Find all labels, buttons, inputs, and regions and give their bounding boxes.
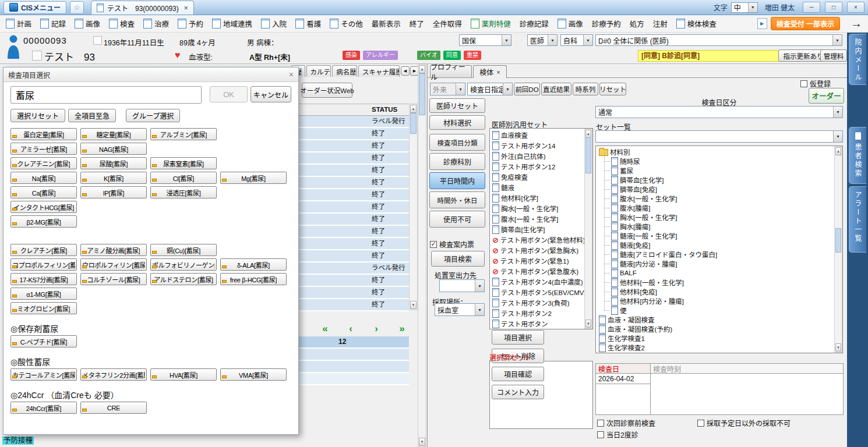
chevron-down-icon[interactable]: ▼ — [585, 320, 591, 328]
selection-reset-button[interactable]: 選択リセット — [10, 109, 65, 122]
set-list-item[interactable]: ⊘テスト用ボタン(緊急他材料) — [491, 235, 584, 245]
tree-item[interactable]: 髄液[アミロイド蛋白・タウ蛋白] — [603, 250, 833, 259]
scrollbar-thumb[interactable] — [419, 73, 425, 115]
toolbar-item[interactable]: 治療 — [143, 18, 169, 29]
scrollbar-thumb[interactable] — [835, 228, 841, 253]
no-other-day-checkbox[interactable]: 採取予定日以外の採取不可 — [697, 418, 791, 428]
tree-item[interactable]: 随時尿 — [603, 157, 833, 166]
toolbar-item[interactable]: 診療予約 — [592, 18, 621, 29]
font-size-select[interactable]: 中 ▼ — [731, 2, 758, 13]
scrollbar-thumb[interactable] — [410, 113, 417, 134]
status-row[interactable]: 終了 — [299, 152, 409, 165]
close-icon[interactable]: × — [184, 4, 188, 12]
exam-item-button[interactable]: 浸透圧[蓄尿] — [150, 186, 217, 198]
table-row[interactable] — [299, 361, 409, 373]
set-list-select[interactable]: ▼ — [595, 130, 843, 143]
toolbar-item[interactable]: 全件取得 — [433, 18, 462, 29]
pager-arrow-button[interactable]: › — [366, 322, 387, 335]
tree-item[interactable]: 髄液[一般・生化学] — [603, 231, 833, 240]
status-row[interactable]: 終了 — [299, 238, 409, 250]
tree-item[interactable]: 胸水[腫瘍] — [603, 222, 833, 231]
exam-item-button[interactable]: δ-ALA[蓄尿] — [220, 258, 287, 271]
more-arrow-icon[interactable]: ▶ — [757, 18, 767, 29]
tree-item[interactable]: 胸水[一般・生化学] — [603, 212, 833, 222]
tree-item[interactable]: 臍帯血[生化学] — [603, 175, 833, 185]
set-list-item[interactable]: テスト用ボタン12 — [491, 161, 584, 172]
chevron-up-icon[interactable]: ▲ — [419, 65, 425, 73]
exam-item-button[interactable]: アミノ酸分画[蓄尿] — [80, 244, 147, 256]
side-tab-2[interactable]: 患者検索 — [849, 127, 866, 184]
minimize-button[interactable]: ─ — [803, 2, 820, 13]
doctor-reset-button[interactable]: 医師リセット — [429, 98, 485, 113]
tree-item[interactable]: BALF — [603, 268, 833, 278]
chart-tab[interactable]: 病名歴 — [332, 65, 357, 77]
status-row[interactable]: 終了 — [299, 177, 409, 189]
exam-item-button[interactable]: 銅(Cu)[蓄尿] — [150, 244, 217, 256]
group-select-button[interactable]: グループ選択 — [126, 109, 180, 122]
exam-item-button[interactable]: アミラーゼ[蓄尿] — [10, 143, 77, 155]
toolbar-item[interactable]: 画像 — [558, 18, 583, 29]
pager-arrow-button[interactable]: » — [391, 322, 412, 335]
sample-place-select[interactable]: 採血室 ▼ — [435, 303, 485, 316]
exam-time-cell[interactable] — [650, 373, 844, 415]
set-list-item[interactable]: ⊘テスト用ボタン(緊急胸水) — [491, 245, 584, 256]
exam-item-button[interactable]: Na[蓄尿] — [10, 172, 77, 184]
scrollbar-thumb[interactable] — [585, 137, 591, 173]
exam-item-button[interactable]: NAG[蓄尿] — [80, 143, 147, 155]
management-fee-button[interactable]: 管理料 — [820, 49, 847, 62]
same-day-checkbox[interactable]: 当日2度診 — [597, 430, 638, 439]
patient-tab[interactable]: テスト 93(00000093) × — [91, 1, 194, 15]
tree-item[interactable]: 腹水[腫瘍] — [603, 203, 833, 212]
set-list-item[interactable]: 血液検査 — [491, 130, 584, 140]
exam-item-button[interactable]: クレアチニン[蓄尿] — [10, 157, 77, 169]
chevron-down-icon[interactable]: ▼ — [835, 343, 841, 352]
recent-results-button[interactable]: 直近結果 — [541, 83, 571, 95]
treatment-room-output-select[interactable]: ▼ — [439, 279, 485, 292]
set-list-item[interactable]: 髄液 — [491, 182, 584, 193]
tab-specimen[interactable]: 検体 × — [473, 65, 507, 78]
exam-item-button[interactable]: IP[蓄尿] — [80, 186, 147, 198]
tree-item[interactable]: 生化学検査2 — [597, 343, 833, 352]
pager-arrow-button[interactable]: « — [315, 322, 336, 335]
set-list-item[interactable]: 免疫検査 — [491, 172, 584, 182]
unusable-button[interactable]: 使用不可 — [429, 211, 485, 228]
status-row[interactable]: 終了 — [299, 189, 409, 201]
set-list-item[interactable]: テスト用ボタン5(EBV/CMV) — [491, 287, 584, 297]
chart-tab[interactable]: スキャナ履歴 — [358, 65, 400, 77]
exam-item-button[interactable]: コルチゾール[蓄尿] — [80, 273, 147, 285]
toolbar-item[interactable]: 看護 — [295, 18, 321, 29]
dialog-titlebar[interactable]: 検査項目選択 × — [3, 68, 298, 82]
exam-item-button[interactable]: HVA[蓄尿] — [150, 368, 217, 381]
chevron-up-icon[interactable]: ▲ — [585, 130, 591, 138]
set-list-scrollbar[interactable]: ▲ ▼ — [584, 129, 592, 329]
status-row[interactable]: 終了 — [299, 201, 409, 214]
exam-item-button[interactable]: C-ペプチド[蓄尿] — [10, 335, 77, 347]
toolbar-item[interactable]: 最新表示 — [372, 18, 401, 29]
toolbar-item[interactable]: 薬剤特健 — [471, 18, 511, 29]
chart-tab[interactable]: カルテ — [306, 65, 331, 77]
set-list-item[interactable]: テスト用ボタン14 — [491, 140, 584, 151]
toolbar-item[interactable]: 処方 — [630, 18, 644, 29]
tree-item[interactable]: 他材料[免疫] — [603, 287, 833, 296]
set-list-item[interactable]: テスト用ボタン3(負荷) — [491, 297, 584, 308]
exam-item-button[interactable]: コプロポルフィリン[蓄尿] — [10, 258, 77, 271]
exam-item-button[interactable]: 17-KS7分画[蓄尿] — [10, 273, 77, 285]
weekday-hours-button[interactable]: 平日時間内 — [429, 172, 485, 189]
status-scrollbar[interactable]: ▲ ▼ — [409, 104, 418, 310]
toolbar-item[interactable]: 検体検査 — [676, 18, 717, 29]
exam-item-button[interactable]: 尿素窒素[蓄尿] — [150, 157, 217, 169]
toolbar-item[interactable]: その他 — [330, 18, 363, 29]
relation-select[interactable]: D#0 全体に関係 (医師) ▼ — [595, 34, 842, 46]
timeseries-button[interactable]: 時系列 — [573, 83, 598, 95]
cancel-button[interactable]: キャンセル — [250, 86, 291, 102]
exam-item-button[interactable]: アルドステロン[蓄尿] — [150, 273, 217, 285]
tree-item[interactable]: 腹水[一般・生化学] — [603, 194, 833, 203]
exam-item-button[interactable]: VMA[蓄尿] — [220, 368, 287, 381]
exam-item-button[interactable]: 24hCcr[蓄尿] — [10, 402, 77, 414]
toolbar-item[interactable]: 注射 — [653, 18, 668, 29]
offhours-button[interactable]: 時間外・休日 — [429, 191, 485, 208]
status-row[interactable]: 終了 — [299, 214, 409, 226]
exam-item-button[interactable]: free β-HCG[蓄尿] — [220, 273, 287, 285]
exam-date-empty-cell[interactable] — [595, 384, 651, 415]
exam-item-button[interactable]: ポルフォビリノーゲン[蓄尿] — [150, 258, 217, 271]
